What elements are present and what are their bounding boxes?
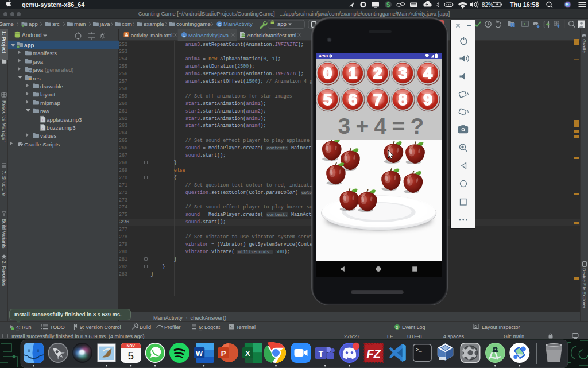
svg-text:java: java [99,21,110,27]
svg-text:2: Favorites: 2: Favorites [1,261,7,286]
svg-text:Git: main: Git: main [504,334,524,339]
svg-text:2: 2 [373,64,382,82]
svg-text:4 spaces: 4 spaces [443,334,465,339]
svg-text:T: T [319,349,324,358]
svg-text:activity_main.xml: activity_main.xml [131,32,172,38]
svg-text:com: com [122,21,132,27]
svg-text:values: values [40,133,56,139]
svg-text:example: example [144,21,164,27]
svg-text:Device File Explorer: Device File Explorer [582,268,587,308]
svg-text:main: main [74,21,86,27]
svg-text:: Run: : Run [19,324,32,330]
svg-text:: Logcat: : Logcat [202,324,220,330]
svg-text:UTF-8: UTF-8 [407,334,422,339]
svg-text:1: Project: 1: Project [1,31,7,53]
svg-text:>_: >_ [416,347,422,353]
svg-text:app: app [277,21,287,27]
svg-text:LF: LF [387,334,393,339]
svg-text:src: src [52,21,60,27]
svg-text:Terminal: Terminal [236,324,256,330]
svg-text:3: 3 [396,326,398,330]
svg-text:C: C [183,33,186,38]
svg-text:C: C [218,22,221,27]
svg-text:java (generated): java (generated) [32,67,74,73]
svg-text:app: app [29,21,38,27]
svg-text:Resource Manager: Resource Manager [1,100,7,142]
svg-text:0: 0 [323,64,332,82]
svg-text:Install successfully finished: Install successfully finished in 8 s 639… [11,334,145,339]
svg-text:manifests: manifests [33,50,57,56]
svg-text:res: res [33,75,41,82]
svg-text:P: P [221,349,226,358]
svg-text:6: 6 [348,90,357,108]
svg-text:5: 5 [128,350,134,362]
svg-text:Profiler: Profiler [164,324,181,330]
svg-text:82%: 82% [482,2,493,8]
svg-text:4: 4 [423,64,432,82]
svg-text:MainActivity.java: MainActivity.java [188,32,229,38]
svg-text:java: java [32,59,44,65]
svg-text:mipmap: mipmap [40,100,60,106]
svg-text:Build: Build [140,324,151,330]
svg-text:Gradle: Gradle [582,39,587,53]
svg-text:raw: raw [40,108,50,114]
svg-text:S: S [386,1,390,8]
svg-text:TODO: TODO [50,324,65,330]
svg-text:7: 7 [373,90,382,108]
svg-text:Gradle Scripts: Gradle Scripts [24,141,60,148]
svg-text:Build Variants: Build Variants [1,219,7,249]
svg-text:app: app [24,42,34,48]
svg-text:1: 1 [348,64,357,82]
svg-text:Event Log: Event Log [402,324,425,330]
svg-text:FZ: FZ [367,347,381,360]
svg-text:layout: layout [40,91,55,98]
svg-text:276:27: 276:27 [344,334,360,339]
svg-text:qemu-system-x86_64: qemu-system-x86_64 [22,1,84,8]
svg-text:3: 3 [399,64,408,82]
svg-text:Game: Game [0,21,14,27]
svg-text:Thu 16:58: Thu 16:58 [510,1,539,8]
svg-text:MainActivity: MainActivity [223,21,253,27]
svg-text:7: Structure: 7: Structure [1,171,7,196]
svg-text:Layout Inspector: Layout Inspector [482,324,520,330]
svg-text:NOV: NOV [127,344,136,348]
svg-text:X: X [245,349,250,358]
svg-text:Android: Android [22,32,41,38]
svg-text:9: 9 [423,90,432,108]
svg-text:8: 8 [399,90,408,108]
svg-text:5: 5 [323,90,332,108]
svg-text:countinggame: countinggame [176,21,211,27]
svg-text:AndroidManifest.xml: AndroidManifest.xml [247,32,296,38]
svg-text:buzzer.mp3: buzzer.mp3 [47,125,76,131]
svg-text:drawable: drawable [40,83,63,90]
svg-text:applause.mp3: applause.mp3 [47,117,82,123]
svg-text:W: W [196,349,203,358]
svg-text:: Version Control: : Version Control [83,324,121,330]
